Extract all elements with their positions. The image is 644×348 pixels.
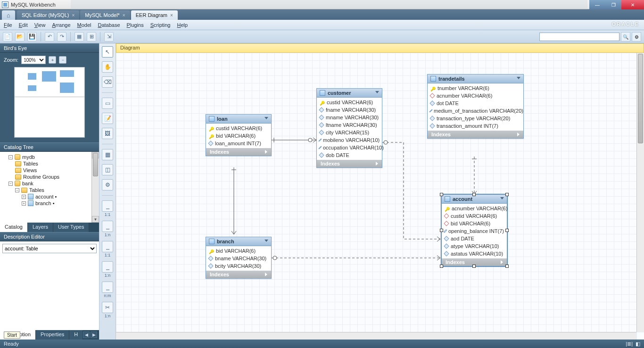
menu-file[interactable]: File	[4, 22, 12, 28]
expand-icon[interactable]	[501, 260, 503, 264]
toolbox: ↖ ✋ ⌫ ▭ 📝 🖼 ▦ ◫ ⚙ ⎯1:1 ⎯1:n ⎯1:1 ⎯1:n ⎯n…	[99, 43, 116, 340]
resize-handle[interactable]	[472, 193, 476, 196]
tab-usertypes[interactable]: User Types	[53, 223, 89, 232]
relation-tool-1-1[interactable]: ⎯1:1	[102, 200, 113, 217]
relation-tool-1-n[interactable]: ⎯1:n	[102, 221, 113, 237]
pointer-tool[interactable]: ↖	[102, 46, 113, 58]
close-icon[interactable]: ×	[123, 13, 125, 18]
resize-handle[interactable]	[505, 193, 509, 196]
tab-history[interactable]: H	[69, 330, 83, 340]
menu-scripting[interactable]: Scripting	[150, 22, 171, 28]
zoom-label: Zoom:	[4, 57, 18, 63]
canvas-hscroll[interactable]	[116, 332, 636, 340]
save-button[interactable]: 💾	[27, 32, 37, 41]
tree-node[interactable]: Views	[2, 167, 97, 174]
table-tool[interactable]: ▦	[102, 149, 113, 160]
expand-icon[interactable]	[517, 133, 520, 136]
doctab-sql-editor[interactable]: SQL Editor (MySQL)×	[17, 10, 79, 20]
entity-account[interactable]: account acnumber VARCHAR(6) custid VARCH…	[441, 194, 507, 266]
search-input[interactable]	[539, 33, 619, 41]
relation-tool-1-1-id[interactable]: ⎯1:1	[102, 241, 113, 257]
close-button[interactable]: ✕	[621, 0, 644, 9]
minimap[interactable]	[14, 67, 85, 138]
home-tab[interactable]	[2, 10, 15, 20]
tree-node-bank[interactable]: −bank	[2, 180, 97, 187]
tree-node-branch[interactable]: +branch •	[2, 200, 97, 207]
zoom-select[interactable]: 100%	[21, 56, 46, 64]
menu-arrange[interactable]: Arrange	[52, 22, 70, 28]
description-body: account: Table	[0, 241, 99, 330]
entity-title: customer	[328, 90, 351, 96]
redo-button[interactable]: ↷	[57, 32, 66, 41]
nav-right-icon[interactable]: ▶	[91, 331, 97, 338]
expand-icon[interactable]	[376, 162, 378, 166]
hand-tool[interactable]: ✋	[102, 61, 113, 73]
folder-icon	[15, 168, 21, 173]
routine-tool[interactable]: ⚙	[102, 179, 113, 191]
resize-handle[interactable]	[440, 193, 443, 196]
undo-button[interactable]: ↶	[45, 32, 54, 41]
resize-handle[interactable]	[440, 229, 443, 232]
resize-handle[interactable]	[440, 265, 443, 268]
image-tool[interactable]: 🖼	[102, 128, 113, 139]
svg-line-11	[437, 239, 440, 241]
maximize-button[interactable]: ❐	[605, 0, 621, 9]
view-tool[interactable]: ◫	[102, 164, 113, 175]
menu-model[interactable]: Model	[77, 22, 91, 28]
new-file-button[interactable]: 📄	[3, 32, 12, 41]
menu-plugins[interactable]: Plugins	[127, 22, 144, 28]
layer-tool[interactable]: ▭	[102, 98, 113, 109]
entity-loan[interactable]: loan custid VARCHAR(6) bid VARCHAR(6) lo…	[206, 114, 272, 156]
export-button[interactable]: ⇲	[104, 32, 114, 41]
doctab-eer-diagram[interactable]: EER Diagram×	[131, 10, 178, 20]
resize-handle[interactable]	[472, 265, 476, 268]
column-icon	[208, 263, 213, 268]
tab-catalog[interactable]: Catalog	[0, 223, 28, 232]
tree-node[interactable]: Routine Groups	[2, 174, 97, 180]
tree-node[interactable]: −Tables	[2, 187, 97, 193]
separator	[70, 32, 71, 41]
menu-help[interactable]: Help	[177, 22, 188, 28]
note-tool[interactable]: 📝	[102, 113, 113, 124]
menu-edit[interactable]: Edit	[19, 22, 28, 28]
chevron-down-icon	[264, 240, 268, 242]
tab-properties[interactable]: Properties	[36, 330, 69, 340]
expand-icon[interactable]	[265, 273, 267, 276]
canvas-vscroll[interactable]	[636, 53, 644, 332]
resize-handle[interactable]	[505, 265, 509, 268]
svg-line-8	[234, 231, 236, 234]
nav-left-icon[interactable]: ◀	[83, 331, 90, 338]
relation-tool-1-n-ex[interactable]: ✂1:n	[102, 302, 113, 318]
catalog-scrollbar[interactable]: ▲▼	[91, 152, 99, 223]
tree-node-mydb[interactable]: −mydb	[2, 154, 97, 160]
close-icon[interactable]: ×	[72, 13, 74, 18]
menu-database[interactable]: Database	[98, 22, 120, 28]
description-select[interactable]: account: Table	[2, 244, 97, 253]
eraser-tool[interactable]: ⌫	[102, 76, 113, 88]
expand-icon[interactable]	[265, 150, 267, 154]
relation-tool-n-m[interactable]: ⎯n:m	[102, 282, 113, 298]
search-button[interactable]: 🔍	[621, 32, 630, 41]
entity-trandetails[interactable]: trandetails tnumber VARCHAR(6) acnumber …	[427, 74, 524, 139]
status-icon: ◧	[636, 341, 640, 347]
align-button[interactable]: ⊞	[87, 32, 96, 41]
open-file-button[interactable]: 📂	[15, 32, 25, 41]
close-icon[interactable]: ×	[170, 13, 173, 18]
zoom-in-icon[interactable]: ＋	[49, 56, 56, 64]
entity-customer[interactable]: customer custid VARCHAR(6) fname VARCHAR…	[316, 88, 382, 168]
tab-layers[interactable]: Layers	[28, 223, 53, 232]
column-icon	[318, 146, 322, 149]
grid-button[interactable]: ▦	[74, 32, 84, 41]
search-options-button[interactable]: ⚙	[632, 32, 641, 41]
minimize-button[interactable]: —	[589, 0, 605, 9]
relation-tool-1-n-id[interactable]: ⎯1:n	[102, 261, 113, 278]
table-icon	[209, 116, 215, 122]
doctab-mysql-model[interactable]: MySQL Model*×	[80, 10, 130, 20]
tree-node-account[interactable]: +account •	[2, 193, 97, 200]
canvas[interactable]: loan custid VARCHAR(6) bid VARCHAR(6) lo…	[116, 53, 644, 340]
tree-node[interactable]: Tables	[2, 160, 97, 167]
menu-view[interactable]: View	[34, 22, 46, 28]
resize-handle[interactable]	[505, 229, 509, 232]
entity-branch[interactable]: branch bid VARCHAR(6) bname VARCHAR(30) …	[206, 237, 272, 279]
zoom-out-icon[interactable]: －	[59, 56, 66, 64]
